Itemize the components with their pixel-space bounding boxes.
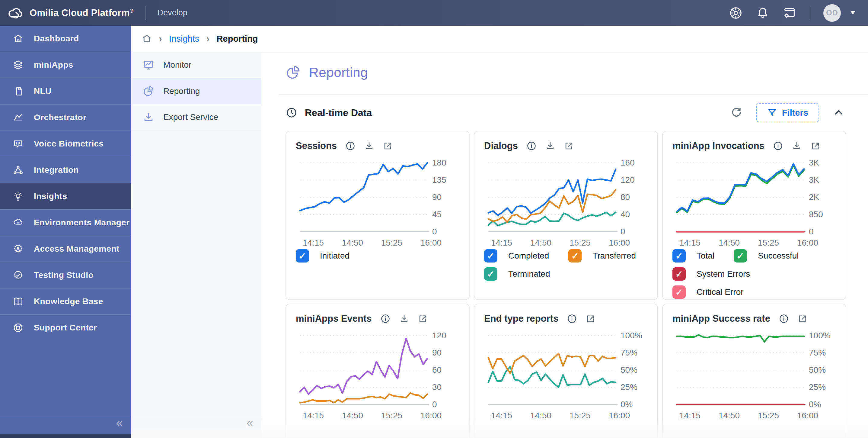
legend-item[interactable]: ✓Terminated: [484, 267, 550, 281]
clock-icon: [285, 107, 298, 119]
svg-text:16:00: 16:00: [797, 238, 818, 247]
svg-text:3K: 3K: [809, 175, 819, 184]
filters-button-label: Filters: [782, 108, 808, 118]
chart-card-end-type-reports: End type reports 100%75%50%25%0%14:1514:…: [474, 303, 658, 438]
product-name[interactable]: Develop: [158, 8, 187, 18]
primary-sidebar: Dashboard miniApps NLU Orchestrator Voic…: [0, 26, 131, 438]
subnav-item-reporting[interactable]: Reporting: [131, 78, 261, 104]
open-in-new-icon[interactable]: [564, 141, 574, 151]
legend-label: Completed: [508, 251, 549, 261]
sidebar-item-access-management[interactable]: Access Management: [0, 236, 131, 262]
legend-checkbox[interactable]: ✓: [734, 249, 747, 263]
svg-text:80: 80: [621, 193, 630, 202]
avatar[interactable]: OD: [823, 4, 841, 22]
info-icon[interactable]: [380, 314, 391, 324]
legend-checkbox[interactable]: ✓: [296, 249, 309, 263]
legend-item[interactable]: ✓Total: [673, 249, 714, 263]
sidebar-item-insights[interactable]: Insights: [0, 183, 131, 209]
sidebar-item-environments-manager[interactable]: Environments Manager: [0, 209, 131, 236]
subnav-item-monitor[interactable]: Monitor: [131, 52, 261, 78]
breadcrumb-link-insights[interactable]: Insights: [169, 34, 199, 44]
legend-checkbox[interactable]: ✓: [568, 249, 582, 263]
legend-checkbox[interactable]: ✓: [484, 249, 497, 263]
legend-checkbox[interactable]: ✓: [673, 267, 686, 281]
svg-text:14:15: 14:15: [679, 238, 701, 247]
download-icon[interactable]: [364, 141, 374, 151]
sidebar-item-integration[interactable]: Integration: [0, 157, 131, 183]
user-menu[interactable]: OD: [823, 4, 855, 22]
legend-checkbox[interactable]: ✓: [673, 249, 686, 263]
download-icon[interactable]: [399, 314, 409, 324]
home-breadcrumb-icon[interactable]: [142, 33, 152, 44]
admin-console-icon[interactable]: [783, 6, 797, 20]
sidebar-item-label: Insights: [34, 192, 67, 201]
svg-text:15:25: 15:25: [569, 411, 591, 420]
subnav-collapse-bar: «: [131, 416, 261, 438]
settings-wheel-icon[interactable]: [729, 6, 743, 20]
open-in-new-icon[interactable]: [586, 314, 596, 324]
svg-text:135: 135: [432, 175, 446, 184]
sidebar-item-support-center[interactable]: Support Center: [0, 315, 131, 341]
svg-text:15:25: 15:25: [381, 411, 402, 420]
legend-item[interactable]: ✓Successful: [734, 249, 799, 263]
sidebar-item-miniapps[interactable]: miniApps: [0, 52, 131, 78]
legend-item[interactable]: ✓Initiated: [296, 249, 349, 263]
omilia-cloud-platform-app: Omilia Cloud Platform® Develop OD: [0, 0, 868, 438]
sessions-legend: ✓Initiated: [296, 249, 459, 263]
svg-text:14:15: 14:15: [303, 411, 324, 420]
svg-text:14:15: 14:15: [491, 411, 512, 420]
charts-grid: Sessions 1801359045014:1514:5015:2516:00…: [285, 131, 868, 438]
sidebar-item-orchestrator[interactable]: Orchestrator: [0, 104, 131, 130]
open-in-new-icon[interactable]: [797, 314, 808, 324]
legend-label: Total: [696, 251, 714, 261]
sidebar-collapse-bar: «: [0, 416, 131, 438]
svg-text:0: 0: [432, 400, 437, 409]
download-icon[interactable]: [792, 141, 802, 151]
miniapps-events-chart: 120906030014:1514:5015:2516:00: [296, 328, 459, 421]
subnav-item-label: Reporting: [163, 86, 200, 96]
sidebar-item-label: NLU: [34, 86, 52, 96]
legend-item[interactable]: ✓Critical Error: [673, 286, 744, 299]
brand-logo-group[interactable]: Omilia Cloud Platform®: [8, 7, 134, 19]
open-in-new-icon[interactable]: [383, 141, 393, 151]
card-title: miniApp Invocations: [673, 141, 765, 151]
svg-text:0%: 0%: [809, 400, 821, 409]
subnav-collapse-button[interactable]: «: [247, 416, 253, 429]
legend-checkbox[interactable]: ✓: [484, 267, 497, 281]
legend-label: Successful: [758, 251, 799, 261]
sidebar-item-dashboard[interactable]: Dashboard: [0, 26, 131, 52]
legend-item[interactable]: ✓Transferred: [568, 249, 636, 263]
layers-icon: [13, 59, 24, 70]
sidebar-item-voice-biometrics[interactable]: Voice Biometrics: [0, 130, 131, 157]
svg-text:16:00: 16:00: [797, 411, 818, 420]
sidebar-item-testing-studio[interactable]: Testing Studio: [0, 262, 131, 288]
svg-text:14:15: 14:15: [491, 238, 512, 247]
download-icon[interactable]: [545, 141, 555, 151]
info-icon[interactable]: [526, 141, 537, 151]
dialogs-legend: ✓Completed✓Transferred✓Terminated: [484, 249, 648, 281]
sidebar-item-nlu[interactable]: NLU: [0, 78, 131, 104]
subnav-item-export-service[interactable]: Export Service: [131, 104, 261, 130]
sidebar-item-knowledge-base[interactable]: Knowledge Base: [0, 288, 131, 315]
open-in-new-icon[interactable]: [418, 314, 428, 324]
legend-item[interactable]: ✓System Errors: [673, 267, 750, 281]
miniapp-success-rate-svg: 100%75%50%25%0%14:1514:5015:2516:00: [673, 328, 835, 420]
info-icon[interactable]: [567, 314, 577, 324]
info-icon[interactable]: [773, 141, 783, 151]
info-icon[interactable]: [779, 314, 789, 324]
collapse-section-chevron-up-icon[interactable]: [832, 106, 845, 119]
realtime-section-header: Real-time Data Filters: [285, 103, 845, 122]
legend-item[interactable]: ✓Completed: [484, 249, 549, 263]
open-in-new-icon[interactable]: [810, 141, 820, 151]
legend-checkbox[interactable]: ✓: [673, 286, 686, 299]
header-actions: OD: [729, 4, 855, 22]
chevron-down-icon[interactable]: [850, 11, 855, 14]
notifications-bell-icon[interactable]: [756, 6, 769, 20]
refresh-icon[interactable]: [730, 106, 743, 119]
main-content: Reporting Real-time Data Filters Session…: [261, 52, 868, 438]
info-icon[interactable]: [345, 141, 355, 151]
chart-card-miniapp-success-rate: miniApp Success rate 100%75%50%25%0%14:1…: [662, 303, 846, 438]
filters-button[interactable]: Filters: [756, 103, 819, 122]
end-type-reports-svg: 100%75%50%25%0%14:1514:5015:2516:00: [484, 328, 647, 420]
sidebar-collapse-button[interactable]: «: [116, 416, 123, 429]
